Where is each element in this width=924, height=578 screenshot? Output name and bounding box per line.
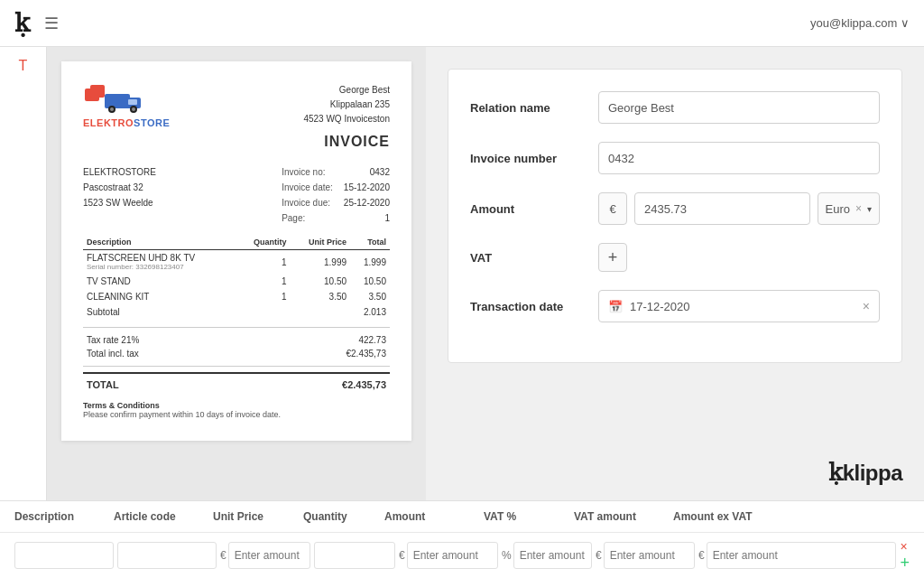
invoice-logo-area: ELEKTROSTORE bbox=[83, 83, 170, 128]
col-description: Description bbox=[83, 235, 236, 250]
invoice-recipient-block: George Best Klippalaan 235 4523 WQ Invoi… bbox=[303, 83, 390, 150]
header-unit-price: Unit Price bbox=[213, 510, 303, 523]
table-row: TV STAND 1 10.50 10.50 bbox=[83, 274, 390, 289]
row-vat-pct: % bbox=[502, 542, 592, 569]
invoice-no-value: 0432 bbox=[344, 164, 390, 180]
divider-2 bbox=[83, 366, 390, 367]
klippa-footer: ḳ klippa bbox=[828, 461, 902, 486]
vat-add-button[interactable]: + bbox=[598, 243, 627, 272]
amount-ex-vat-input[interactable] bbox=[707, 542, 897, 569]
sender-street: Pascostraat 32 bbox=[83, 180, 156, 195]
tax-label: Tax rate 21% bbox=[87, 335, 139, 345]
total-incl-label: Total incl. tax bbox=[87, 349, 139, 359]
currency-label: Euro bbox=[826, 202, 850, 216]
total-incl-value: €2.435,73 bbox=[346, 349, 387, 359]
bottom-table-header: Description Article code Unit Price Quan… bbox=[0, 501, 924, 533]
right-form-panel: Relation name Invoice number Amount € Eu… bbox=[426, 47, 924, 500]
unit-price-currency-icon: € bbox=[220, 549, 226, 562]
svg-point-6 bbox=[110, 107, 114, 111]
col-unit-price: Unit Price bbox=[291, 235, 350, 250]
article-code-input[interactable] bbox=[117, 542, 217, 569]
sender-info: ELEKTROSTORE Pascostraat 32 1523 SW Weel… bbox=[83, 164, 156, 226]
transaction-date-label: Transaction date bbox=[470, 300, 587, 313]
invoice-due-value: 25-12-2020 bbox=[344, 195, 390, 210]
terms-section: Terms & Conditions Please confirm paymen… bbox=[83, 401, 390, 419]
row-description bbox=[14, 542, 114, 569]
page-label: Page: bbox=[282, 210, 333, 226]
document-panel: ELEKTROSTORE George Best Klippalaan 235 … bbox=[47, 47, 426, 500]
amount-input[interactable] bbox=[634, 192, 810, 225]
menu-icon[interactable]: ☰ bbox=[44, 14, 59, 33]
invoice-date-label: Invoice date: bbox=[282, 180, 333, 195]
recipient-name: George Best bbox=[303, 83, 390, 98]
table-row: € € % € € bbox=[0, 533, 924, 578]
invoice-meta: Invoice no: Invoice date: Invoice due: P… bbox=[282, 164, 390, 226]
vat-plus-icon: + bbox=[608, 248, 618, 267]
grand-total-label: TOTAL bbox=[87, 379, 119, 390]
sender-city: 1523 SW Weelde bbox=[83, 195, 156, 210]
unit-price-input[interactable] bbox=[228, 542, 310, 569]
calendar-icon: 📅 bbox=[608, 300, 623, 313]
terms-text: Please confirm payment within 10 days of… bbox=[83, 410, 281, 419]
user-email: you@klippa.com ∨ bbox=[810, 16, 910, 30]
add-row-button[interactable]: + bbox=[900, 555, 910, 571]
invoice-number-input[interactable] bbox=[598, 142, 880, 174]
klippa-footer-text: klippa bbox=[843, 461, 902, 486]
currency-symbol: € bbox=[598, 192, 627, 225]
table-row: CLEANING KIT 1 3.50 3.50 bbox=[83, 289, 390, 304]
svg-rect-1 bbox=[90, 85, 105, 98]
currency-select[interactable]: Euro × ▾ bbox=[818, 192, 880, 225]
vat-row: VAT + bbox=[470, 243, 880, 272]
header-vat-pct: VAT % bbox=[484, 510, 574, 523]
vat-pct-input[interactable] bbox=[513, 542, 592, 569]
vat-label: VAT bbox=[470, 251, 587, 265]
invoice-line-items-table: Description Quantity Unit Price Total FL… bbox=[83, 235, 390, 320]
amount-label: Amount bbox=[470, 202, 587, 216]
col-total: Total bbox=[350, 235, 390, 250]
vat-amount-input[interactable] bbox=[604, 542, 695, 569]
relation-name-row: Relation name bbox=[470, 91, 880, 124]
row-actions: × + bbox=[900, 540, 910, 571]
svg-point-8 bbox=[132, 107, 135, 111]
transaction-date-input[interactable]: 📅 17-12-2020 × bbox=[598, 290, 880, 322]
description-input[interactable] bbox=[14, 542, 114, 569]
invoice-number-label: Invoice number bbox=[470, 152, 587, 165]
header-vat-amount: VAT amount bbox=[574, 510, 673, 523]
brand-name: ELEKTROSTORE bbox=[83, 117, 170, 128]
invoice-number-row: Invoice number bbox=[470, 142, 880, 174]
total-incl-row: Total incl. tax €2.435,73 bbox=[83, 347, 390, 360]
divider bbox=[83, 327, 390, 328]
invoice-title: INVOICE bbox=[303, 134, 390, 150]
amt-ex-currency-icon: € bbox=[698, 549, 705, 562]
header-quantity: Quantity bbox=[303, 510, 384, 523]
invoice-logo-graphic bbox=[83, 83, 146, 116]
header-amount-ex-vat: Amount ex VAT bbox=[673, 510, 910, 523]
transaction-date-clear-icon[interactable]: × bbox=[863, 299, 870, 313]
delete-row-button[interactable]: × bbox=[900, 540, 910, 553]
bottom-table-area: Description Article code Unit Price Quan… bbox=[0, 500, 924, 578]
tax-row: Tax rate 21% 422.73 bbox=[83, 333, 390, 347]
sidebar-text-icon[interactable]: T bbox=[19, 58, 28, 74]
row-unit-price: € bbox=[220, 542, 310, 569]
invoice-due-label: Invoice due: bbox=[282, 195, 333, 210]
tax-value: 422.73 bbox=[358, 335, 386, 345]
amount-wrapper: € Euro × ▾ bbox=[598, 192, 880, 225]
amount-row: Amount € Euro × ▾ bbox=[470, 192, 880, 225]
quantity-input[interactable] bbox=[314, 542, 395, 569]
invoice-document: ELEKTROSTORE George Best Klippalaan 235 … bbox=[61, 61, 411, 441]
row-amount-ex-vat: € × + bbox=[698, 540, 910, 571]
left-sidebar: T bbox=[0, 47, 47, 500]
header-amount: Amount bbox=[384, 510, 484, 523]
relation-name-input[interactable] bbox=[598, 91, 880, 124]
currency-chevron-icon[interactable]: ▾ bbox=[867, 204, 872, 214]
amount-input-row[interactable] bbox=[407, 542, 498, 569]
svg-rect-2 bbox=[105, 94, 130, 108]
user-menu[interactable]: you@klippa.com ∨ bbox=[810, 16, 910, 30]
subtotal-row: Subtotal 2.013 bbox=[83, 304, 390, 320]
row-quantity bbox=[314, 542, 395, 569]
row-vat-amount: € bbox=[596, 542, 695, 569]
currency-clear-icon[interactable]: × bbox=[855, 202, 862, 215]
header: ḳ ☰ you@klippa.com ∨ bbox=[0, 0, 924, 47]
transaction-date-row: Transaction date 📅 17-12-2020 × bbox=[470, 290, 880, 322]
table-row: FLATSCREEN UHD 8K TVSerial number: 33269… bbox=[83, 250, 390, 275]
